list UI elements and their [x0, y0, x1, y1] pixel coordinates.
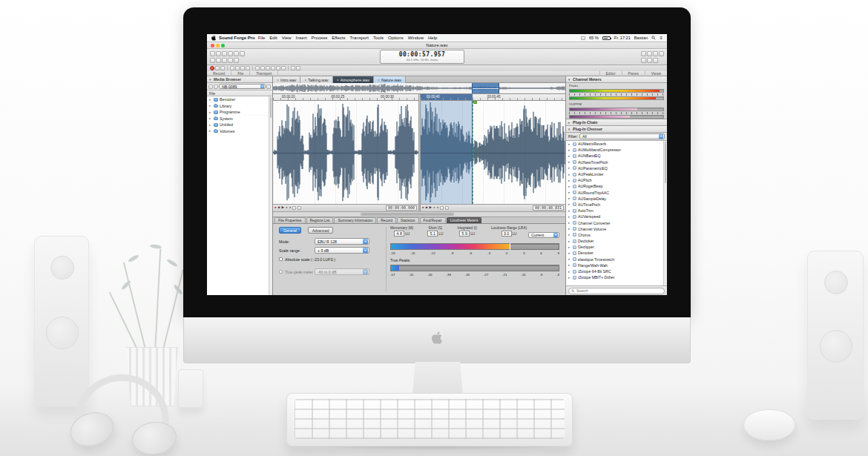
- stop-button[interactable]: ■: [426, 206, 428, 210]
- disclosure-triangle-icon[interactable]: ▸: [568, 276, 571, 280]
- toolbar-button[interactable]: [266, 66, 270, 70]
- disclosure-triangle-icon[interactable]: ▸: [568, 233, 571, 237]
- disclosure-triangle-icon[interactable]: ▸: [568, 202, 571, 206]
- selection-region[interactable]: [421, 101, 473, 204]
- channel-meters-header[interactable]: ▾ Channel Meters: [566, 76, 667, 83]
- plugin-chooser-header[interactable]: ▾ Plug-In Chooser: [566, 126, 667, 133]
- disclosure-triangle-icon[interactable]: ▸: [568, 239, 571, 243]
- media-browser-header[interactable]: ▾ Media Browser: [207, 76, 272, 83]
- disclosure-triangle-icon[interactable]: ▸: [568, 148, 571, 152]
- disclosure-triangle-icon[interactable]: ▸: [568, 215, 571, 219]
- plugin-row[interactable]: ▸ iZotope 64-Bit SRC: [566, 268, 663, 274]
- folder-row[interactable]: ▸ Benutzer: [207, 96, 269, 103]
- plugin-row[interactable]: ▸ Chorus: [566, 232, 663, 238]
- toolbar-button[interactable]: [641, 58, 646, 63]
- menu-item[interactable]: Transport: [350, 36, 369, 40]
- plugin-row[interactable]: ▸ iZotope MBIT+ Dither: [566, 274, 663, 280]
- plugin-row[interactable]: ▸ Denoiser: [566, 250, 663, 256]
- toolbar-button[interactable]: [230, 66, 234, 70]
- horizontal-scrollbar[interactable]: [273, 211, 565, 217]
- toolbar-button[interactable]: [647, 51, 652, 56]
- doc-tab[interactable]: ×Nature.wav: [374, 76, 406, 83]
- true-peak-range-dropdown[interactable]: -60 to 0 dB▾: [315, 268, 369, 275]
- tab-general[interactable]: General: [279, 227, 301, 234]
- disclosure-triangle-icon[interactable]: ▸: [568, 191, 571, 194]
- toolbar-button[interactable]: [240, 66, 245, 70]
- search-field[interactable]: [568, 288, 665, 294]
- plugin-row[interactable]: ▸ AUParametricEQ: [566, 165, 663, 171]
- view-mode-button[interactable]: [214, 85, 218, 89]
- rewind-button[interactable]: «: [286, 206, 288, 210]
- record-icon[interactable]: [210, 66, 214, 70]
- plugin-row[interactable]: ▸ AUNewTimePitch: [566, 159, 663, 165]
- folder-row[interactable]: ▸ Programme: [207, 109, 269, 116]
- menu-item[interactable]: Effects: [332, 36, 345, 40]
- disclosure-triangle-icon[interactable]: ▸: [568, 185, 571, 188]
- menu-item[interactable]: Process: [312, 36, 328, 40]
- filter-dropdown[interactable]: All▾: [579, 133, 665, 139]
- folder-row[interactable]: ▸ System: [207, 116, 269, 122]
- tab-advanced[interactable]: Advanced: [308, 227, 333, 234]
- disclosure-triangle-icon[interactable]: ▸: [568, 227, 571, 231]
- pane-tab[interactable]: Views: [645, 71, 667, 76]
- toolbar-button[interactable]: [291, 66, 295, 70]
- time-ruler-left[interactable]: 00:00:20 00:00:25 00:00:30: [273, 94, 418, 101]
- toolbar-button[interactable]: [222, 58, 227, 63]
- plugin-row[interactable]: ▸ AUTimePitch: [566, 202, 663, 208]
- app-name[interactable]: Sound Forge Pro: [219, 36, 255, 40]
- plugin-row[interactable]: ▸ Channel Volume: [566, 226, 663, 232]
- loop-button[interactable]: [440, 206, 444, 210]
- disclosure-triangle-icon[interactable]: ▸: [568, 270, 571, 274]
- menu-item[interactable]: Options: [388, 36, 404, 40]
- toolbar-button[interactable]: [641, 51, 646, 56]
- plugin-row[interactable]: ▸ AUPitch: [566, 177, 663, 183]
- absolute-scale-checkbox[interactable]: [279, 257, 283, 261]
- disclosure-triangle-icon[interactable]: ▸: [209, 123, 212, 127]
- disclosure-triangle-icon[interactable]: ▸: [209, 110, 212, 114]
- disclosure-triangle-icon[interactable]: ▸: [568, 160, 571, 164]
- toolbar-button[interactable]: [234, 58, 239, 63]
- disclosure-triangle-icon[interactable]: ▸: [209, 129, 212, 133]
- doc-tab[interactable]: ×Talking.wav: [300, 76, 332, 83]
- notification-center-icon[interactable]: ≡: [660, 36, 662, 40]
- toolbar-button[interactable]: [653, 58, 658, 63]
- pane-tab[interactable]: Panes: [622, 71, 645, 76]
- disclosure-triangle-icon[interactable]: ▸: [568, 209, 571, 213]
- menu-item[interactable]: Insert: [296, 36, 307, 40]
- plugin-row[interactable]: ▸ Declicker: [566, 238, 663, 244]
- waveform-left[interactable]: [273, 101, 418, 204]
- close-icon[interactable]: ×: [337, 78, 339, 82]
- window-title-bar[interactable]: Nature.wav: [207, 42, 667, 49]
- disclosure-triangle-icon[interactable]: ▸: [568, 221, 571, 225]
- close-icon[interactable]: ×: [304, 78, 306, 82]
- plugin-row[interactable]: ▸ élastique Timestretch: [566, 257, 663, 262]
- plugin-row[interactable]: ▸ Flange/Wah-Wah: [566, 262, 663, 268]
- scrollbar-thumb[interactable]: [665, 142, 666, 183]
- close-icon[interactable]: ×: [378, 78, 380, 82]
- tab-statistics[interactable]: Statistics: [397, 217, 419, 223]
- stop-button[interactable]: ■: [278, 206, 280, 210]
- tab-loudness-meters[interactable]: Loudness Meters: [447, 217, 482, 223]
- tab-file-properties[interactable]: File Properties: [274, 217, 306, 223]
- doc-tab[interactable]: ×Atmosphere.wav: [333, 76, 374, 83]
- time-ruler-right[interactable]: 00:00:40 00:00:45: [421, 94, 565, 101]
- media-browser-scrollbar[interactable]: [269, 96, 272, 295]
- browser-action-button[interactable]: [266, 85, 271, 89]
- toolbar-button[interactable]: [234, 51, 239, 56]
- toolbar-button[interactable]: [216, 58, 221, 63]
- snap-button[interactable]: [297, 206, 301, 210]
- toolbar-button[interactable]: [210, 51, 215, 56]
- toolbar-button[interactable]: [228, 58, 233, 63]
- snap-button[interactable]: [445, 206, 449, 210]
- tab-find-repair[interactable]: Find/Repair: [420, 217, 446, 223]
- plugin-row[interactable]: ▸ AUPeakLimiter: [566, 171, 663, 177]
- close-icon[interactable]: ×: [277, 78, 279, 82]
- scale-range-dropdown[interactable]: + 9 dB▾: [315, 247, 369, 254]
- waveform-right[interactable]: [421, 101, 565, 204]
- plugin-row[interactable]: ▸ AUVarispeed: [566, 214, 663, 219]
- menu-item[interactable]: Help: [428, 36, 437, 40]
- plugin-search-input[interactable]: [576, 288, 662, 293]
- pane-tab[interactable]: Editor: [599, 71, 622, 76]
- disclosure-triangle-icon[interactable]: ▸: [209, 116, 212, 120]
- plugin-row[interactable]: ▸ AURogerBeep: [566, 183, 663, 189]
